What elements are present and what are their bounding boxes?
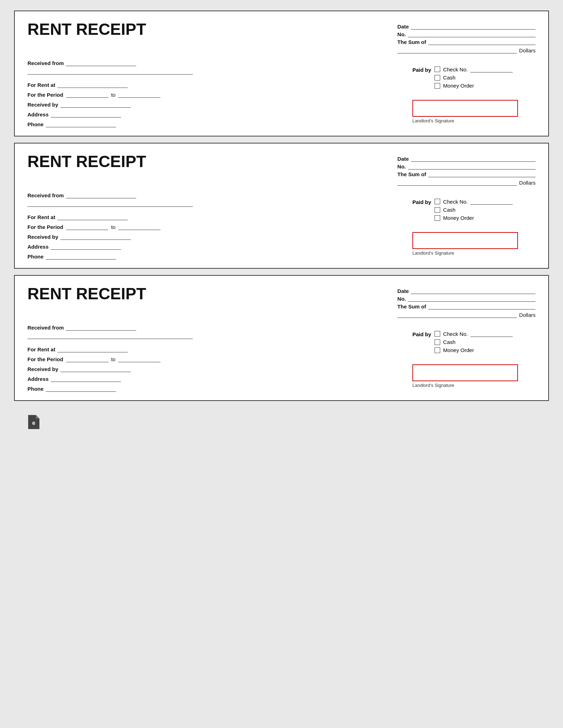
money-order-option-1: Money Order (435, 83, 513, 89)
no-label-3: No. (397, 296, 406, 302)
paid-by-label-2: Paid by (412, 198, 431, 205)
received-by-row-3: Received by (27, 366, 405, 372)
check-no-text-1: Check No. (443, 66, 468, 72)
no-field-1[interactable] (408, 31, 536, 37)
receipt-1-left: Received from For Rent at For the Period… (27, 60, 405, 127)
dollars-label-3: Dollars (519, 312, 536, 318)
signature-box-1[interactable] (412, 100, 518, 117)
for-rent-label-2: For Rent at (27, 214, 55, 220)
date-label-3: Date (397, 288, 409, 294)
sum-row-2: The Sum of (397, 171, 536, 177)
signature-section-1: Landlord's Signature (412, 97, 536, 123)
paid-by-section-1: Paid by Check No. Cash (412, 66, 536, 89)
period-to-field-1[interactable] (118, 91, 160, 98)
dollars-label-2: Dollars (519, 180, 536, 186)
money-order-label-3: Money Order (443, 347, 474, 353)
received-from-field-3[interactable] (66, 324, 136, 331)
sum-field-2[interactable] (428, 171, 536, 177)
cash-checkbox-1[interactable] (435, 75, 440, 81)
for-rent-field-1[interactable] (57, 82, 128, 88)
check-checkbox-2[interactable] (435, 199, 440, 204)
svg-marker-1 (36, 415, 39, 419)
period-from-field-3[interactable] (66, 356, 108, 362)
no-row-3: No. (397, 295, 536, 302)
receipt-2-right: Paid by Check No. Cash (405, 192, 536, 260)
cash-option-3: Cash (435, 339, 513, 345)
for-rent-field-2[interactable] (57, 214, 128, 220)
received-from-row-3: Received from (27, 324, 405, 331)
received-by-label-1: Received by (27, 102, 58, 108)
check-no-field-3[interactable] (470, 331, 513, 337)
check-no-text-3: Check No. (443, 331, 468, 337)
received-by-row-1: Received by (27, 101, 405, 108)
signature-box-3[interactable] (412, 364, 518, 381)
received-by-field-3[interactable] (61, 366, 131, 372)
check-checkbox-1[interactable] (435, 66, 440, 72)
signature-box-2[interactable] (412, 232, 518, 249)
phone-field-1[interactable] (46, 121, 116, 127)
phone-label-3: Phone (27, 386, 44, 392)
file-icon: e (28, 415, 39, 429)
dollars-line-2[interactable] (397, 179, 517, 186)
received-from-section-3: Received from (27, 324, 405, 339)
check-no-field-2[interactable] (470, 198, 513, 205)
sum-row-3: The Sum of (397, 303, 536, 309)
period-to-field-3[interactable] (118, 356, 160, 362)
address-field-3[interactable] (51, 376, 121, 382)
received-from-label-1: Received from (27, 60, 64, 66)
sum-field-1[interactable] (428, 39, 536, 45)
money-order-checkbox-3[interactable] (435, 347, 440, 353)
check-checkbox-3[interactable] (435, 331, 440, 337)
phone-field-3[interactable] (46, 385, 116, 392)
date-field-3[interactable] (411, 288, 536, 294)
date-field-1[interactable] (411, 23, 536, 30)
check-option-2: Check No. (435, 198, 513, 205)
no-field-3[interactable] (408, 295, 536, 302)
address-field-1[interactable] (51, 111, 121, 117)
received-from-second-line-2[interactable] (27, 200, 193, 207)
for-rent-row-3: For Rent at (27, 346, 405, 352)
cash-checkbox-2[interactable] (435, 207, 440, 213)
no-field-2[interactable] (408, 163, 536, 170)
cash-option-2: Cash (435, 207, 513, 213)
check-no-field-1[interactable] (470, 66, 513, 72)
received-by-field-1[interactable] (61, 101, 131, 108)
date-label-1: Date (397, 24, 409, 30)
money-order-label-2: Money Order (443, 215, 474, 221)
sum-field-3[interactable] (428, 303, 536, 309)
period-to-field-2[interactable] (118, 224, 160, 230)
payment-options-2: Check No. Cash Money Order (435, 198, 513, 221)
for-rent-field-3[interactable] (57, 346, 128, 352)
money-order-checkbox-2[interactable] (435, 215, 440, 221)
received-from-section-2: Received from (27, 192, 405, 207)
receipt-3-left: Received from For Rent at For the Period… (27, 324, 405, 392)
received-from-section-1: Received from (27, 60, 405, 75)
date-row-3: Date (397, 288, 536, 294)
period-from-field-1[interactable] (66, 91, 108, 98)
received-from-label-3: Received from (27, 325, 64, 331)
cash-checkbox-3[interactable] (435, 339, 440, 345)
received-by-field-2[interactable] (61, 234, 131, 240)
receipt-3-right: Paid by Check No. Cash (405, 324, 536, 392)
date-row-2: Date (397, 155, 536, 162)
phone-field-2[interactable] (46, 253, 116, 260)
dollars-row-2: Dollars (397, 179, 536, 186)
received-from-label-2: Received from (27, 192, 64, 198)
period-from-field-2[interactable] (66, 224, 108, 230)
no-row-1: No. (397, 31, 536, 37)
received-from-second-line-3[interactable] (27, 333, 193, 339)
footer: e (14, 408, 549, 436)
dollars-line-1[interactable] (397, 47, 517, 53)
receipt-1-body: Received from For Rent at For the Period… (27, 60, 536, 127)
date-row-1: Date (397, 23, 536, 30)
received-from-second-line-1[interactable] (27, 68, 193, 75)
dollars-line-3[interactable] (397, 312, 517, 318)
date-field-2[interactable] (411, 155, 536, 162)
receipt-2-body: Received from For Rent at For the Period… (27, 192, 536, 260)
money-order-checkbox-1[interactable] (435, 83, 440, 89)
received-from-field-1[interactable] (66, 60, 136, 66)
dollars-label-1: Dollars (519, 47, 536, 53)
for-rent-row-1: For Rent at (27, 82, 405, 88)
address-field-2[interactable] (51, 243, 121, 250)
received-from-field-2[interactable] (66, 192, 136, 198)
